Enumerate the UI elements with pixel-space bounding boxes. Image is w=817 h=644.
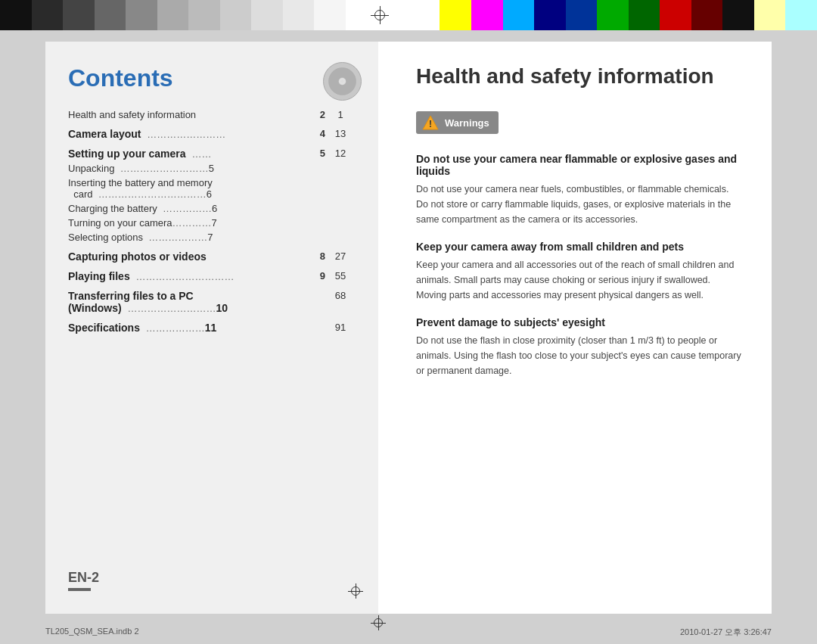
- toc-page: 9: [317, 269, 325, 284]
- toc-row: Capturing photos or videos 8 27: [68, 249, 356, 264]
- toc-sub-label: Turning on your camera…………7: [68, 216, 317, 230]
- health-safety-title: Health and safety information: [416, 64, 741, 89]
- page-number: EN-2: [68, 570, 99, 591]
- page-number-bar: [68, 588, 91, 591]
- left-page: Contents Health and safety information 2…: [45, 42, 378, 614]
- crosshair-top: [371, 6, 389, 24]
- section-3: Prevent damage to subjects' eyesight Do …: [416, 316, 741, 378]
- toc-page: [317, 288, 325, 316]
- toc-page: 5: [317, 146, 325, 161]
- section-3-body: Do not use the flash in close proximity …: [416, 333, 741, 378]
- toc-col-page: 27: [325, 249, 356, 264]
- toc-sub-row: Selecting options ………………7: [68, 230, 356, 244]
- toc-col-page: 12: [325, 146, 356, 161]
- section-1: Do not use your camera near flammable or…: [416, 153, 741, 227]
- toc-label: Setting up your camera ……: [68, 146, 317, 161]
- toc-sub-label: Selecting options ………………7: [68, 230, 317, 244]
- toc-col-page: 91: [325, 320, 356, 335]
- toc-label: Health and safety information: [68, 107, 317, 122]
- toc-row: Camera layout …………………… 4 13: [68, 126, 356, 142]
- toc-sub-label: Unpacking ………………………5: [68, 161, 317, 176]
- toc-sub-row: Charging the battery ……………6: [68, 201, 356, 216]
- toc-row: Health and safety information 2 1: [68, 107, 356, 122]
- toc-sub-row: Turning on your camera…………7: [68, 216, 356, 230]
- main-content: Contents Health and safety information 2…: [45, 42, 772, 614]
- toc-row: Transferring files to a PC(Windows) ……………: [68, 288, 356, 316]
- svg-point-3: [341, 80, 344, 83]
- toc-row: Playing files ………………………… 9 55: [68, 269, 356, 284]
- toc-label: Playing files …………………………: [68, 269, 317, 284]
- toc-label: Specifications ………………11: [68, 320, 317, 335]
- warning-triangle-icon: !: [422, 114, 439, 131]
- toc-row: Specifications ………………11 91: [68, 320, 356, 335]
- crosshair-bottom: [371, 615, 386, 630]
- toc-label: Capturing photos or videos: [68, 249, 317, 264]
- toc-page: [317, 320, 325, 335]
- section-2-body: Keep your camera and all accessories out…: [416, 257, 741, 303]
- toc-page: 2: [317, 107, 325, 122]
- cd-icon: [322, 61, 363, 105]
- contents-title: Contents: [68, 64, 356, 92]
- toc-sub-row: Inserting the battery and memory card ………: [68, 176, 356, 201]
- toc-table: Health and safety information 2 1 Camera…: [68, 107, 356, 335]
- toc-sub-label: Charging the battery ……………6: [68, 201, 317, 216]
- footer-right: 2010-01-27 오후 3:26:47: [680, 627, 772, 638]
- warnings-badge: ! Warnings: [416, 111, 499, 134]
- toc-label: Camera layout ……………………: [68, 126, 317, 142]
- toc-page: 4: [317, 126, 325, 142]
- toc-col-page: 68: [325, 288, 356, 316]
- toc-label: Transferring files to a PC(Windows) ……………: [68, 288, 317, 316]
- svg-text:!: !: [429, 119, 432, 129]
- section-3-heading: Prevent damage to subjects' eyesight: [416, 316, 741, 328]
- crosshair-bottom-right: [348, 583, 363, 599]
- right-page: Health and safety information ! Warnings…: [378, 42, 772, 614]
- footer-left: TL205_QSM_SEA.indb 2: [45, 627, 139, 638]
- toc-page: 8: [317, 249, 325, 264]
- section-2: Keep your camera away from small childre…: [416, 241, 741, 303]
- toc-col-page: 55: [325, 269, 356, 284]
- section-1-body: Do not use your camera near fuels, combu…: [416, 182, 741, 227]
- section-1-heading: Do not use your camera near flammable or…: [416, 153, 741, 177]
- toc-col-page: 13: [325, 126, 356, 142]
- toc-row: Setting up your camera …… 5 12: [68, 146, 356, 161]
- toc-sub-row: Unpacking ………………………5: [68, 161, 356, 176]
- footer: TL205_QSM_SEA.indb 2 2010-01-27 오후 3:26:…: [45, 627, 772, 638]
- color-bar: [0, 0, 817, 30]
- toc-sub-label: Inserting the battery and memory card ………: [68, 176, 317, 201]
- section-2-heading: Keep your camera away from small childre…: [416, 241, 741, 253]
- toc-col-page: 1: [325, 107, 356, 122]
